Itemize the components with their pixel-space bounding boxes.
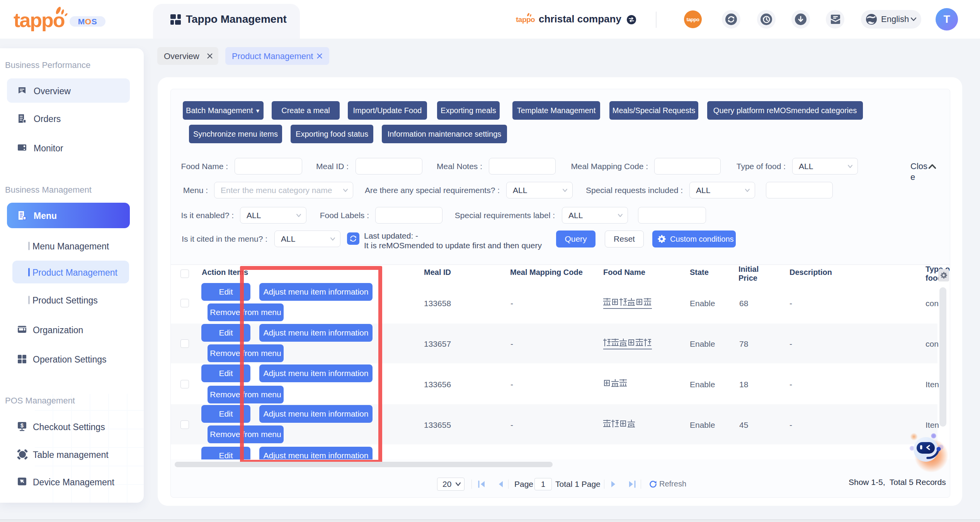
svg-text:$: $ [20,422,24,429]
